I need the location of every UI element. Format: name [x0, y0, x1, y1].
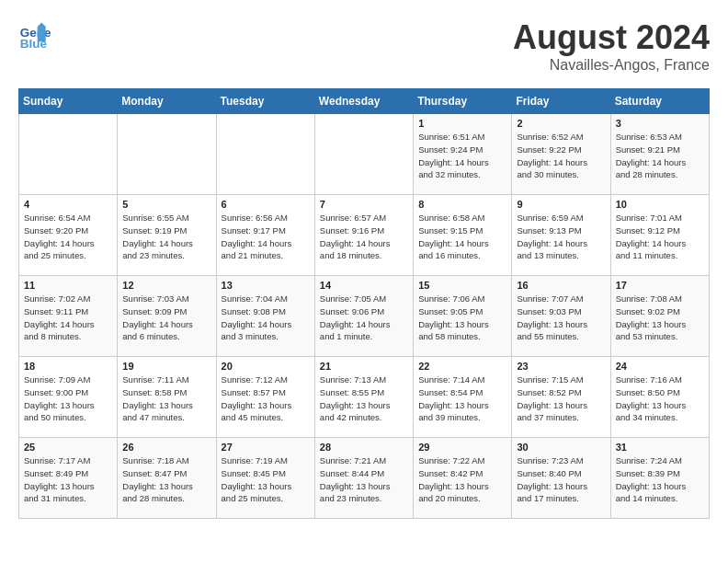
- day-info-31: Sunrise: 7:24 AM Sunset: 8:39 PM Dayligh…: [616, 454, 704, 505]
- day-info-27: Sunrise: 7:19 AM Sunset: 8:45 PM Dayligh…: [222, 454, 310, 505]
- day-number-12: 12: [122, 280, 210, 291]
- day-info-28: Sunrise: 7:21 AM Sunset: 8:44 PM Dayligh…: [320, 454, 408, 505]
- week-row-5: 25Sunrise: 7:17 AM Sunset: 8:49 PM Dayli…: [19, 438, 710, 519]
- day-number-10: 10: [616, 199, 704, 210]
- weekday-header-wednesday: Wednesday: [314, 89, 413, 114]
- day-number-2: 2: [517, 118, 605, 129]
- weekday-header-tuesday: Tuesday: [216, 89, 314, 114]
- day-number-23: 23: [517, 361, 605, 372]
- logo-icon: General Blue: [18, 18, 51, 52]
- day-cell-31: 31Sunrise: 7:24 AM Sunset: 8:39 PM Dayli…: [610, 438, 709, 519]
- day-cell-21: 21Sunrise: 7:13 AM Sunset: 8:55 PM Dayli…: [314, 357, 413, 438]
- day-number-28: 28: [320, 442, 408, 453]
- day-cell-11: 11Sunrise: 7:02 AM Sunset: 9:11 PM Dayli…: [19, 276, 118, 357]
- weekday-header-row: SundayMondayTuesdayWednesdayThursdayFrid…: [19, 89, 710, 114]
- week-row-1: 1Sunrise: 6:51 AM Sunset: 9:24 PM Daylig…: [19, 114, 710, 195]
- day-number-6: 6: [222, 199, 310, 210]
- day-number-22: 22: [418, 361, 506, 372]
- day-number-19: 19: [122, 361, 210, 372]
- weekday-header-friday: Friday: [512, 89, 610, 114]
- day-info-24: Sunrise: 7:16 AM Sunset: 8:50 PM Dayligh…: [616, 373, 704, 424]
- day-number-25: 25: [24, 442, 112, 453]
- day-number-9: 9: [517, 199, 605, 210]
- day-number-16: 16: [517, 280, 605, 291]
- day-info-12: Sunrise: 7:03 AM Sunset: 9:09 PM Dayligh…: [122, 293, 210, 343]
- weekday-header-sunday: Sunday: [19, 89, 118, 114]
- day-number-7: 7: [320, 199, 408, 210]
- day-cell-10: 10Sunrise: 7:01 AM Sunset: 9:12 PM Dayli…: [610, 195, 709, 276]
- day-info-22: Sunrise: 7:14 AM Sunset: 8:54 PM Dayligh…: [418, 373, 506, 424]
- day-cell-16: 16Sunrise: 7:07 AM Sunset: 9:03 PM Dayli…: [512, 276, 610, 357]
- week-row-3: 11Sunrise: 7:02 AM Sunset: 9:11 PM Dayli…: [19, 276, 710, 357]
- day-cell-27: 27Sunrise: 7:19 AM Sunset: 8:45 PM Dayli…: [216, 438, 314, 519]
- day-cell-18: 18Sunrise: 7:09 AM Sunset: 9:00 PM Dayli…: [19, 357, 118, 438]
- day-info-18: Sunrise: 7:09 AM Sunset: 9:00 PM Dayligh…: [24, 373, 112, 424]
- day-info-8: Sunrise: 6:58 AM Sunset: 9:15 PM Dayligh…: [418, 212, 506, 262]
- empty-cell: [216, 114, 314, 195]
- day-number-11: 11: [24, 280, 112, 291]
- day-cell-1: 1Sunrise: 6:51 AM Sunset: 9:24 PM Daylig…: [414, 114, 512, 195]
- day-number-18: 18: [24, 361, 112, 372]
- day-number-4: 4: [24, 199, 112, 210]
- empty-cell: [314, 114, 413, 195]
- day-number-14: 14: [320, 280, 408, 291]
- day-info-5: Sunrise: 6:55 AM Sunset: 9:19 PM Dayligh…: [122, 212, 210, 262]
- day-number-31: 31: [616, 442, 704, 453]
- day-info-4: Sunrise: 6:54 AM Sunset: 9:20 PM Dayligh…: [24, 212, 112, 262]
- day-cell-14: 14Sunrise: 7:05 AM Sunset: 9:06 PM Dayli…: [314, 276, 413, 357]
- day-cell-20: 20Sunrise: 7:12 AM Sunset: 8:57 PM Dayli…: [216, 357, 314, 438]
- day-info-2: Sunrise: 6:52 AM Sunset: 9:22 PM Dayligh…: [517, 131, 605, 181]
- day-info-30: Sunrise: 7:23 AM Sunset: 8:40 PM Dayligh…: [517, 454, 605, 505]
- month-title: August 2024: [513, 18, 710, 57]
- day-cell-15: 15Sunrise: 7:06 AM Sunset: 9:05 PM Dayli…: [414, 276, 512, 357]
- location: Navailles-Angos, France: [513, 57, 710, 74]
- calendar-table: SundayMondayTuesdayWednesdayThursdayFrid…: [18, 88, 710, 519]
- day-number-21: 21: [320, 361, 408, 372]
- day-cell-13: 13Sunrise: 7:04 AM Sunset: 9:08 PM Dayli…: [216, 276, 314, 357]
- day-cell-3: 3Sunrise: 6:53 AM Sunset: 9:21 PM Daylig…: [610, 114, 709, 195]
- day-number-13: 13: [222, 280, 310, 291]
- day-info-1: Sunrise: 6:51 AM Sunset: 9:24 PM Dayligh…: [418, 131, 506, 181]
- day-info-11: Sunrise: 7:02 AM Sunset: 9:11 PM Dayligh…: [24, 293, 112, 343]
- day-info-3: Sunrise: 6:53 AM Sunset: 9:21 PM Dayligh…: [616, 131, 704, 181]
- day-info-14: Sunrise: 7:05 AM Sunset: 9:06 PM Dayligh…: [320, 293, 408, 343]
- day-cell-4: 4Sunrise: 6:54 AM Sunset: 9:20 PM Daylig…: [19, 195, 118, 276]
- day-info-19: Sunrise: 7:11 AM Sunset: 8:58 PM Dayligh…: [122, 373, 210, 424]
- day-number-30: 30: [517, 442, 605, 453]
- day-info-7: Sunrise: 6:57 AM Sunset: 9:16 PM Dayligh…: [320, 212, 408, 262]
- week-row-4: 18Sunrise: 7:09 AM Sunset: 9:00 PM Dayli…: [19, 357, 710, 438]
- day-info-17: Sunrise: 7:08 AM Sunset: 9:02 PM Dayligh…: [616, 293, 704, 343]
- day-number-3: 3: [616, 118, 704, 129]
- weekday-header-thursday: Thursday: [414, 89, 512, 114]
- day-cell-26: 26Sunrise: 7:18 AM Sunset: 8:47 PM Dayli…: [118, 438, 216, 519]
- logo: General Blue: [18, 18, 51, 52]
- empty-cell: [19, 114, 118, 195]
- day-info-21: Sunrise: 7:13 AM Sunset: 8:55 PM Dayligh…: [320, 373, 408, 424]
- day-cell-29: 29Sunrise: 7:22 AM Sunset: 8:42 PM Dayli…: [414, 438, 512, 519]
- day-info-23: Sunrise: 7:15 AM Sunset: 8:52 PM Dayligh…: [517, 373, 605, 424]
- day-cell-12: 12Sunrise: 7:03 AM Sunset: 9:09 PM Dayli…: [118, 276, 216, 357]
- day-cell-2: 2Sunrise: 6:52 AM Sunset: 9:22 PM Daylig…: [512, 114, 610, 195]
- weekday-header-monday: Monday: [118, 89, 216, 114]
- day-number-29: 29: [418, 442, 506, 453]
- day-cell-24: 24Sunrise: 7:16 AM Sunset: 8:50 PM Dayli…: [610, 357, 709, 438]
- day-number-24: 24: [616, 361, 704, 372]
- title-block: August 2024 Navailles-Angos, France: [513, 18, 710, 74]
- day-cell-6: 6Sunrise: 6:56 AM Sunset: 9:17 PM Daylig…: [216, 195, 314, 276]
- day-info-15: Sunrise: 7:06 AM Sunset: 9:05 PM Dayligh…: [418, 293, 506, 343]
- day-info-6: Sunrise: 6:56 AM Sunset: 9:17 PM Dayligh…: [222, 212, 310, 262]
- page-header: General Blue August 2024 Navailles-Angos…: [18, 18, 710, 74]
- day-cell-28: 28Sunrise: 7:21 AM Sunset: 8:44 PM Dayli…: [314, 438, 413, 519]
- day-info-9: Sunrise: 6:59 AM Sunset: 9:13 PM Dayligh…: [517, 212, 605, 262]
- day-cell-23: 23Sunrise: 7:15 AM Sunset: 8:52 PM Dayli…: [512, 357, 610, 438]
- day-cell-8: 8Sunrise: 6:58 AM Sunset: 9:15 PM Daylig…: [414, 195, 512, 276]
- day-number-17: 17: [616, 280, 704, 291]
- day-cell-30: 30Sunrise: 7:23 AM Sunset: 8:40 PM Dayli…: [512, 438, 610, 519]
- day-info-25: Sunrise: 7:17 AM Sunset: 8:49 PM Dayligh…: [24, 454, 112, 505]
- day-cell-5: 5Sunrise: 6:55 AM Sunset: 9:19 PM Daylig…: [118, 195, 216, 276]
- day-number-27: 27: [222, 442, 310, 453]
- day-info-13: Sunrise: 7:04 AM Sunset: 9:08 PM Dayligh…: [222, 293, 310, 343]
- day-info-20: Sunrise: 7:12 AM Sunset: 8:57 PM Dayligh…: [222, 373, 310, 424]
- day-number-20: 20: [222, 361, 310, 372]
- day-cell-22: 22Sunrise: 7:14 AM Sunset: 8:54 PM Dayli…: [414, 357, 512, 438]
